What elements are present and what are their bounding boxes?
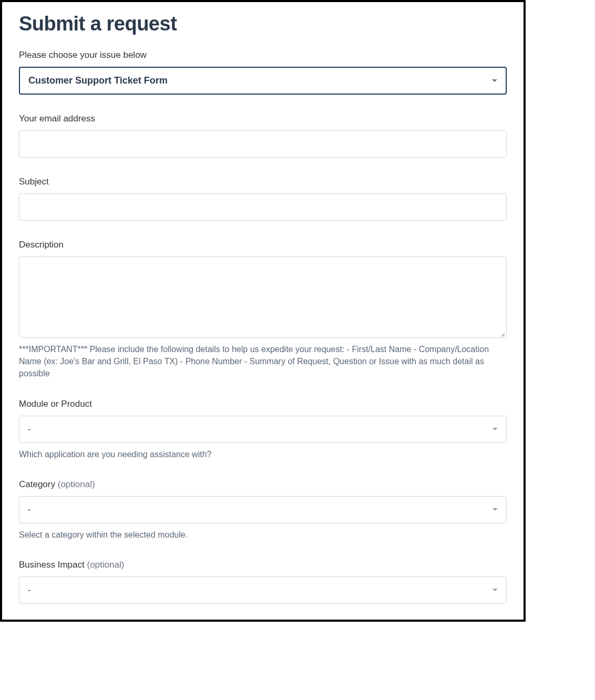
field-category: Category (optional) - Select a category … — [19, 479, 507, 541]
email-input[interactable] — [19, 130, 507, 158]
category-select[interactable]: - — [19, 496, 507, 523]
field-email: Your email address — [19, 114, 507, 158]
field-description: Description ***IMPORTANT*** Please inclu… — [19, 240, 507, 380]
field-issue: Please choose your issue below Customer … — [19, 50, 507, 95]
field-subject: Subject — [19, 177, 507, 221]
module-select-value: - — [28, 425, 493, 434]
field-impact: Business Impact (optional) - — [19, 560, 507, 604]
impact-label-text: Business Impact — [19, 560, 85, 570]
field-module: Module or Product - Which application ar… — [19, 399, 507, 460]
impact-label: Business Impact (optional) — [19, 560, 507, 570]
module-select[interactable]: - — [19, 416, 507, 443]
page-title: Submit a request — [19, 13, 507, 35]
category-optional: (optional) — [58, 479, 95, 489]
module-help: Which application are you needing assist… — [19, 448, 507, 460]
category-label: Category (optional) — [19, 479, 507, 490]
category-select-value: - — [28, 505, 493, 514]
category-help: Select a category within the selected mo… — [19, 529, 507, 541]
impact-select-value: - — [28, 585, 493, 595]
chevron-down-icon — [493, 589, 498, 591]
subject-label: Subject — [19, 177, 507, 187]
module-label: Module or Product — [19, 399, 507, 409]
description-label: Description — [19, 240, 507, 250]
chevron-down-icon — [492, 79, 497, 82]
issue-select-value: Customer Support Ticket Form — [28, 75, 492, 86]
chevron-down-icon — [493, 508, 498, 511]
description-help: ***IMPORTANT*** Please include the follo… — [19, 343, 507, 380]
issue-select[interactable]: Customer Support Ticket Form — [19, 67, 507, 95]
chevron-down-icon — [493, 428, 498, 430]
issue-label: Please choose your issue below — [19, 50, 507, 60]
impact-optional: (optional) — [87, 560, 124, 570]
email-label: Your email address — [19, 114, 507, 124]
impact-select[interactable]: - — [19, 577, 507, 604]
category-label-text: Category — [19, 479, 55, 489]
description-textarea[interactable] — [19, 256, 507, 338]
subject-input[interactable] — [19, 193, 507, 221]
